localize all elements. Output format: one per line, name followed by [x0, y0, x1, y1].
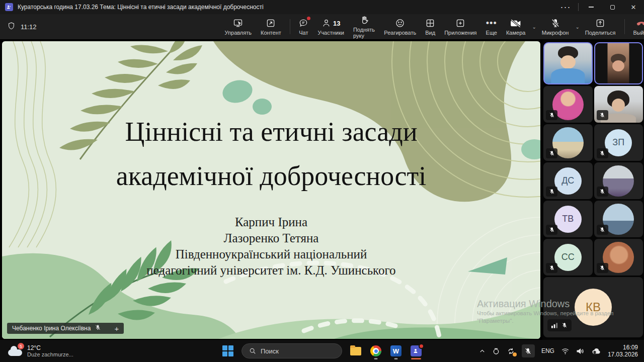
file-explorer-taskbar-icon[interactable]: [349, 342, 362, 359]
camera-button[interactable]: Камера: [502, 15, 530, 39]
folder-icon: [350, 347, 361, 355]
taskbar-search-input[interactable]: Поиск: [242, 343, 342, 358]
participant-tile-avatar[interactable]: СС: [543, 239, 593, 276]
meeting-stage: Ціннісні та етичні засади академічної до…: [0, 40, 644, 340]
windows-logo-icon: [222, 345, 233, 356]
start-button[interactable]: [221, 342, 234, 359]
tray-chevron-up-icon[interactable]: [479, 348, 486, 354]
maximize-button[interactable]: [602, 0, 623, 14]
tray-mic-muted-icon[interactable]: [522, 344, 535, 357]
share-button[interactable]: Поделиться: [581, 15, 620, 39]
presenter-name: Чебаненко Ірина Олексіївна: [12, 325, 91, 332]
weather-condition: Duże zachmurze...: [27, 351, 73, 357]
teams-taskbar-icon[interactable]: [410, 342, 423, 359]
pin-plus-icon[interactable]: +: [114, 324, 119, 333]
weather-temperature: 12°C: [27, 344, 73, 351]
volume-icon[interactable]: [576, 347, 585, 355]
word-icon: W: [390, 345, 401, 356]
participant-tile-video[interactable]: [594, 42, 643, 84]
meeting-toolbar: 11:12 Управлять Контент Ч: [0, 14, 644, 40]
close-button[interactable]: ✕: [623, 0, 644, 14]
view-button[interactable]: Вид: [421, 15, 440, 39]
mic-off-icon: [550, 18, 560, 29]
tray-circle-icon[interactable]: [492, 347, 500, 355]
participant-tile-video[interactable]: [543, 42, 593, 84]
participants-button[interactable]: 13 Участники: [313, 15, 349, 39]
toolbar-divider: [624, 19, 625, 34]
toolbar-divider: [290, 19, 290, 34]
windows-taskbar: 5 12°C Duże zachmurze... Поиск W: [0, 340, 644, 362]
cloud-people-icon[interactable]: [591, 347, 601, 355]
shield-icon: [7, 22, 16, 32]
more-icon: •••: [486, 18, 497, 29]
manage-button[interactable]: Управлять: [220, 15, 256, 39]
tray-sync-icon[interactable]: [507, 347, 515, 355]
participant-tile-avatar[interactable]: [594, 201, 643, 237]
signal-bars-icon: [551, 322, 558, 328]
share-content-icon: [266, 18, 276, 29]
taskbar-clock[interactable]: 16:09 17.03.2026: [608, 344, 638, 358]
more-button[interactable]: ••• Еще: [481, 15, 502, 39]
mic-muted-badge: [597, 263, 608, 273]
mic-muted-badge: [546, 225, 557, 235]
camera-dropdown-chevron[interactable]: ⌄: [531, 24, 537, 30]
chrome-taskbar-icon[interactable]: [369, 342, 382, 359]
view-icon: [425, 18, 435, 29]
react-button[interactable]: Реагировать: [379, 15, 421, 39]
meeting-title: Кураторська година 17.03.26 Тема: Цінніс…: [18, 4, 264, 11]
search-icon: [249, 347, 256, 354]
chat-button[interactable]: Чат: [294, 15, 313, 39]
participant-tile-avatar[interactable]: ДС: [543, 162, 593, 199]
clock-date: 17.03.2026: [608, 351, 638, 358]
mic-muted-icon: [561, 322, 568, 328]
search-placeholder: Поиск: [261, 347, 279, 355]
content-button[interactable]: Контент: [256, 15, 286, 39]
apps-icon: [455, 18, 465, 29]
mic-muted-badge: [597, 148, 608, 158]
teams-icon: [411, 345, 422, 356]
mic-muted-badge: [546, 187, 557, 197]
raise-hand-icon: [359, 15, 369, 26]
participant-tile-avatar[interactable]: ЗП: [594, 124, 643, 161]
word-taskbar-icon[interactable]: W: [389, 342, 403, 359]
participant-tile-avatar[interactable]: КВ: [543, 277, 643, 337]
mic-muted-badge: [546, 110, 557, 120]
apps-button[interactable]: Приложения: [440, 15, 481, 39]
teams-notification-dot: [419, 343, 424, 349]
participant-tile-avatar[interactable]: [594, 239, 643, 276]
chrome-icon: [370, 345, 381, 356]
titlebar-more-button[interactable]: ···: [555, 0, 576, 14]
taskbar-weather-widget[interactable]: 5 12°C Duże zachmurze...: [0, 344, 221, 357]
raise-hand-button[interactable]: Поднять руку: [349, 15, 379, 39]
screen-control-icon: [232, 18, 244, 29]
minimize-button[interactable]: [581, 0, 602, 14]
microphone-button[interactable]: Микрофон: [537, 15, 574, 39]
participants-count: 13: [333, 20, 340, 27]
teams-meeting-window: Кураторська година 17.03.26 Тема: Цінніс…: [0, 0, 644, 362]
slide-authors: Карпич Ірина Лазоренко Тетяна Південноук…: [2, 214, 540, 279]
mic-muted-badge: [597, 110, 608, 120]
clock-time: 16:09: [608, 344, 638, 351]
chat-notification-dot: [307, 17, 310, 20]
participant-tile-avatar[interactable]: [543, 124, 593, 161]
connection-mic-badges: [547, 319, 572, 331]
title-bar: Кураторська година 17.03.26 Тема: Цінніс…: [0, 0, 644, 14]
mic-muted-badge: [597, 187, 608, 197]
shared-presentation-slide[interactable]: Ціннісні та етичні засади академічної до…: [2, 41, 540, 339]
meeting-timer: 11:12: [21, 23, 37, 31]
slide-title: Ціннісні та етичні засади академічної до…: [2, 110, 540, 198]
participant-tile-avatar[interactable]: ТВ: [543, 201, 593, 237]
participant-initials-avatar: ЗП: [605, 129, 632, 156]
wifi-icon[interactable]: [561, 347, 570, 355]
microphone-dropdown-chevron[interactable]: ⌄: [574, 24, 580, 30]
react-icon: [395, 18, 405, 29]
participant-tile-avatar[interactable]: [543, 86, 593, 123]
leave-button[interactable]: Выйти: [629, 15, 644, 39]
titlebar-divider: [578, 3, 579, 11]
language-indicator[interactable]: ENG: [541, 347, 554, 354]
presenter-name-pill[interactable]: Чебаненко Ірина Олексіївна +: [7, 323, 124, 334]
participant-tile-avatar[interactable]: [594, 162, 643, 199]
mic-muted-badge: [597, 225, 608, 235]
participant-tile-video[interactable]: [594, 86, 643, 123]
participants-icon: [321, 18, 331, 28]
